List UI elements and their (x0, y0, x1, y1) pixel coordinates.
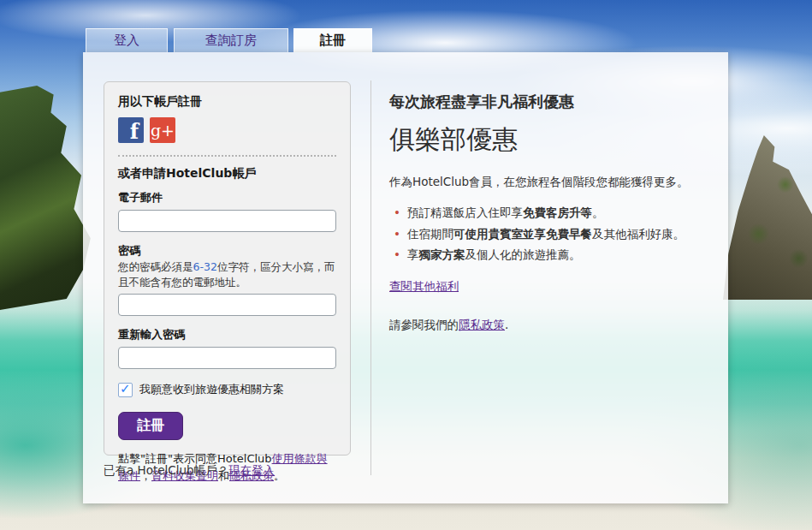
password-label: 密碼 (118, 243, 336, 259)
vertical-divider (370, 80, 371, 475)
list-item: 預訂精選飯店入住即享免費客房升等。 (389, 205, 719, 222)
register-card: 用以下帳戶註冊 f g+ 或者申請HotelClub帳戶 電子郵件 密碼 您的密… (83, 52, 728, 503)
list-item: 住宿期間可使用貴賓室並享免費早餐及其他福利好康。 (389, 226, 719, 243)
or-signup-title: 或者申請HotelClub帳戶 (118, 166, 336, 182)
benefit-pre: 預訂精選飯店入住即享 (407, 205, 523, 219)
benefit-pre: 住宿期間 (407, 227, 453, 241)
confirm-password-field[interactable] (118, 347, 336, 369)
benefit-bold: 可使用貴賓室並享免費早餐 (453, 227, 592, 241)
tab-login[interactable]: 登入 (86, 28, 168, 52)
benefit-bold: 獨家方案 (418, 247, 465, 261)
newsletter-label: 我願意收到旅遊優惠相關方案 (139, 382, 284, 397)
benefits-eyebrow: 每次旅程盡享非凡福利優惠 (389, 92, 719, 112)
newsletter-row: 我願意收到旅遊優惠相關方案 (118, 382, 336, 397)
social-buttons: f g+ (118, 117, 336, 143)
dotted-divider (118, 155, 336, 157)
existing-account-text: 已有a HotelClub帳戶？ (104, 463, 228, 477)
privacy-post: . (505, 318, 508, 331)
password-hint: 您的密碼必須是6-32位字符，區分大小寫，而且不能含有您的電郵地址。 (118, 259, 336, 289)
benefits-title: 俱樂部優惠 (389, 122, 719, 158)
bullet-icon (394, 226, 400, 243)
right-island-cliff (723, 135, 812, 300)
left-island-cliff (0, 86, 92, 310)
benefits-list: 預訂精選飯店入住即享免費客房升等。 住宿期間可使用貴賓室並享免費早餐及其他福利好… (389, 205, 719, 264)
email-label: 電子郵件 (118, 190, 336, 205)
google-plus-icon[interactable]: g+ (150, 117, 175, 143)
more-benefits-link[interactable]: 查閱其他福利 (389, 279, 459, 295)
login-now-link[interactable]: 現在登入 (228, 463, 275, 477)
benefit-post: 及個人化的旅遊推薦。 (465, 247, 580, 261)
benefit-pre: 享 (407, 247, 419, 261)
social-signup-title: 用以下帳戶註冊 (118, 94, 336, 110)
list-item: 享獨家方案及個人化的旅遊推薦。 (389, 247, 719, 264)
tab-register[interactable]: 註冊 (293, 28, 372, 52)
benefit-bold: 免費客房升等 (523, 205, 592, 219)
benefits-intro: 作為HotelClub會員，在您旅程各個階段您都能獲得更多。 (389, 175, 719, 190)
register-form: 用以下帳戶註冊 f g+ 或者申請HotelClub帳戶 電子郵件 密碼 您的密… (104, 81, 351, 456)
newsletter-checkbox-checked-icon[interactable] (118, 383, 133, 397)
password-hint-highlight: 6-32 (193, 260, 217, 273)
terms-post: 。 (274, 469, 285, 482)
privacy-policy-link-right[interactable]: 隱私政策 (459, 318, 505, 331)
benefit-post: 。 (592, 205, 604, 219)
benefit-text: 住宿期間可使用貴賓室並享免費早餐及其他福利好康。 (407, 226, 685, 243)
benefit-text: 預訂精選飯店入住即享免費客房升等。 (407, 205, 604, 222)
password-field[interactable] (118, 294, 336, 316)
existing-account-line: 已有a HotelClub帳戶？現在登入 (104, 463, 275, 479)
confirm-password-label: 重新輸入密碼 (118, 327, 336, 342)
bullet-icon (394, 205, 400, 222)
benefit-text: 享獨家方案及個人化的旅遊推薦。 (407, 247, 581, 264)
privacy-line: 請參閱我們的隱私政策. (389, 318, 719, 333)
tab-check-booking[interactable]: 查詢訂房 (174, 28, 288, 52)
password-hint-pre: 您的密碼必須是 (118, 260, 193, 273)
benefit-post: 及其他福利好康。 (592, 227, 685, 241)
register-button[interactable]: 註冊 (118, 412, 183, 440)
bullet-icon (394, 247, 400, 264)
benefits-panel: 每次旅程盡享非凡福利優惠 俱樂部優惠 作為HotelClub會員，在您旅程各個階… (389, 92, 719, 333)
privacy-pre: 請參閱我們的 (389, 318, 459, 331)
email-field[interactable] (118, 210, 336, 232)
facebook-icon[interactable]: f (118, 117, 144, 143)
